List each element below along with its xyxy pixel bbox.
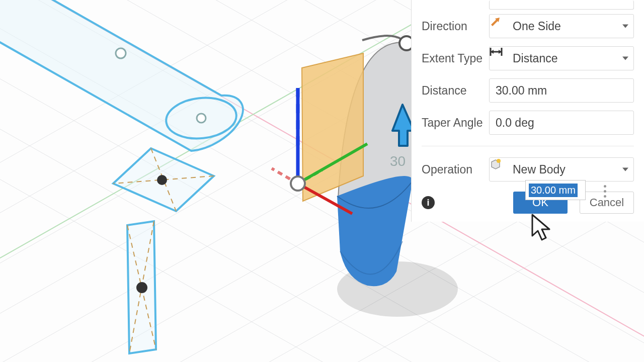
row-extent-type: Extent Type Distance <box>422 42 634 74</box>
label-extent-type: Extent Type <box>422 52 489 65</box>
profile-dropdown-clipped[interactable] <box>489 1 634 10</box>
row-direction: Direction One Side <box>422 10 634 42</box>
row-taper-angle: Taper Angle 0.0 deg <box>422 107 634 139</box>
svg-marker-30 <box>302 53 363 201</box>
inline-dimension-input[interactable]: 30.00 mm <box>525 180 586 200</box>
chevron-down-icon <box>622 168 628 171</box>
sketch-slot <box>0 0 243 151</box>
operation-dropdown[interactable]: New Body <box>489 157 634 182</box>
chevron-down-icon <box>622 57 628 60</box>
svg-point-43 <box>497 159 501 163</box>
label-taper-angle: Taper Angle <box>422 116 489 130</box>
svg-point-28 <box>136 282 147 293</box>
label-direction: Direction <box>422 20 489 33</box>
taper-angle-input[interactable]: 0.0 deg <box>489 111 634 135</box>
extent-type-dropdown[interactable]: Distance <box>489 46 634 70</box>
distance-input[interactable]: 30.00 mm <box>489 78 634 103</box>
direction-dropdown[interactable]: One Side <box>489 14 634 38</box>
info-icon[interactable]: i <box>422 196 435 209</box>
svg-point-37 <box>291 176 305 191</box>
sketch-point <box>116 48 126 58</box>
label-distance: Distance <box>422 84 489 98</box>
kebab-menu-icon[interactable] <box>600 181 610 201</box>
manipulator-value-label: 30 <box>390 153 406 169</box>
svg-point-24 <box>157 175 167 185</box>
new-body-icon <box>495 163 508 176</box>
mouse-cursor <box>531 214 551 243</box>
one-side-icon <box>495 20 508 33</box>
svg-point-20 <box>197 114 206 123</box>
label-operation: Operation <box>422 163 489 176</box>
row-distance: Distance 30.00 mm <box>422 74 634 107</box>
sketch-rectangle <box>127 221 156 353</box>
distance-icon <box>495 52 508 65</box>
chevron-down-icon <box>622 25 628 28</box>
extrude-preview <box>302 53 363 201</box>
